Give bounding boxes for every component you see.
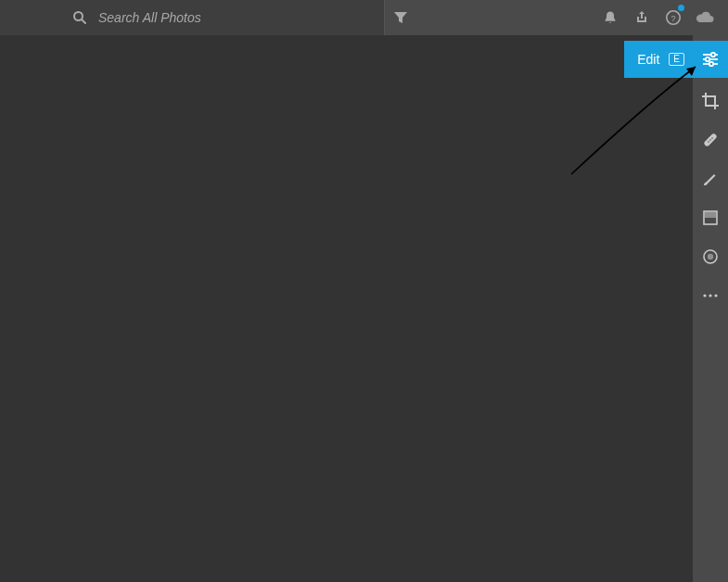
notifications-button[interactable]: [594, 0, 626, 35]
search-box[interactable]: [0, 0, 384, 35]
share-button[interactable]: [626, 0, 658, 35]
svg-marker-2: [394, 12, 407, 23]
svg-point-15: [714, 294, 717, 297]
svg-point-6: [708, 141, 709, 143]
help-icon: ?: [665, 9, 682, 26]
brush-icon: [701, 170, 720, 188]
radial-gradient-tool[interactable]: [693, 237, 728, 276]
search-input[interactable]: [67, 10, 373, 25]
more-tools-button[interactable]: [693, 276, 728, 315]
more-icon: [702, 293, 719, 298]
filter-button[interactable]: [384, 0, 415, 35]
cloud-icon: [695, 10, 715, 25]
svg-text:?: ?: [671, 14, 675, 23]
edit-shortcut-key: E: [669, 53, 684, 66]
bandage-icon: [701, 131, 720, 149]
linear-gradient-tool[interactable]: [693, 198, 728, 237]
svg-rect-10: [705, 212, 716, 218]
search-icon: [72, 10, 87, 25]
edit-label: Edit: [637, 52, 659, 67]
brush-tool[interactable]: [693, 159, 728, 198]
help-badge-dot: [678, 5, 684, 11]
top-bar: ?: [0, 0, 728, 35]
bell-icon: [603, 10, 618, 25]
crop-tool[interactable]: [693, 82, 728, 120]
edit-panel-button[interactable]: Edit E: [624, 41, 694, 78]
svg-line-1: [82, 19, 85, 23]
filter-icon: [394, 11, 407, 24]
svg-point-17: [711, 53, 715, 57]
share-icon: [634, 10, 649, 25]
sliders-icon: [701, 50, 720, 69]
top-right-icons: ?: [594, 0, 728, 35]
svg-point-12: [708, 254, 713, 259]
svg-point-13: [703, 294, 706, 297]
radial-gradient-icon: [702, 248, 719, 265]
svg-point-8: [711, 137, 713, 139]
svg-point-21: [709, 62, 713, 66]
svg-point-7: [709, 139, 711, 141]
svg-point-14: [709, 294, 711, 297]
edit-sliders-tool[interactable]: [693, 41, 728, 78]
help-button[interactable]: ?: [658, 0, 689, 35]
healing-tool[interactable]: [693, 120, 728, 159]
cloud-sync-button[interactable]: [689, 0, 721, 35]
linear-gradient-icon: [702, 209, 719, 226]
photo-canvas: [0, 35, 693, 582]
right-toolbar: [693, 35, 728, 582]
svg-point-19: [706, 57, 709, 61]
crop-icon: [701, 92, 720, 110]
